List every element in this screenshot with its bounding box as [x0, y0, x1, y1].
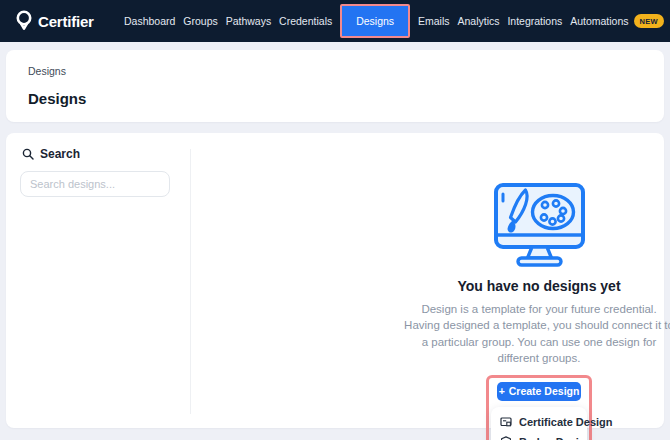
page-header-card: Designs Designs: [6, 50, 664, 122]
plus-icon: +: [499, 385, 505, 397]
certificate-icon: [500, 416, 512, 428]
design-illustration: [487, 180, 591, 272]
nav-item-pathways[interactable]: Pathways: [226, 15, 272, 27]
badge-icon: [500, 436, 512, 440]
nav-item-dashboard[interactable]: Dashboard: [124, 15, 175, 27]
app-window: Certifier Dashboard Groups Pathways Cred…: [0, 0, 670, 440]
empty-state-description: Design is a template for your future cre…: [404, 301, 670, 367]
empty-state: You have no designs yet Design is a temp…: [404, 180, 670, 440]
panel-divider: [190, 149, 191, 414]
create-design-menu: Certificate Design Badge Design: [491, 407, 587, 440]
nav-item-automations-label: Automations: [570, 15, 628, 27]
menu-item-certificate-label: Certificate Design: [519, 416, 613, 428]
search-icon: [22, 148, 34, 160]
breadcrumb[interactable]: Designs: [28, 65, 66, 77]
nav-item-credentials[interactable]: Credentials: [279, 15, 332, 27]
nav-item-emails[interactable]: Emails: [418, 15, 450, 27]
annotation-box-create-design: + Create Design Certificate Design: [486, 375, 592, 440]
certifier-logo-icon: [14, 9, 34, 33]
nav-item-automations[interactable]: Automations NEW: [570, 14, 664, 28]
main-nav: Dashboard Groups Pathways Credentials De…: [124, 0, 664, 42]
nav-item-groups[interactable]: Groups: [183, 15, 217, 27]
create-design-button[interactable]: + Create Design: [497, 382, 581, 401]
search-input[interactable]: [20, 171, 170, 197]
create-design-button-label: Create Design: [509, 385, 580, 397]
menu-item-badge-design[interactable]: Badge Design: [491, 432, 587, 440]
top-navbar: Certifier Dashboard Groups Pathways Cred…: [0, 0, 670, 42]
content-card: Search You have no designs y: [6, 133, 664, 428]
page-title: Designs: [28, 90, 86, 107]
annotation-box-designs-nav: Designs: [340, 4, 410, 38]
nav-item-integrations[interactable]: Integrations: [507, 15, 562, 27]
search-label-text: Search: [40, 147, 80, 161]
brand-logo[interactable]: Certifier: [14, 0, 94, 42]
empty-state-title: You have no designs yet: [404, 278, 670, 294]
brand-name: Certifier: [38, 13, 94, 30]
new-badge: NEW: [634, 14, 664, 28]
search-section-label: Search: [22, 147, 80, 161]
nav-item-analytics[interactable]: Analytics: [457, 15, 499, 27]
menu-item-certificate-design[interactable]: Certificate Design: [491, 412, 587, 432]
menu-item-badge-label: Badge Design: [519, 436, 592, 440]
nav-item-designs[interactable]: Designs: [342, 6, 408, 36]
